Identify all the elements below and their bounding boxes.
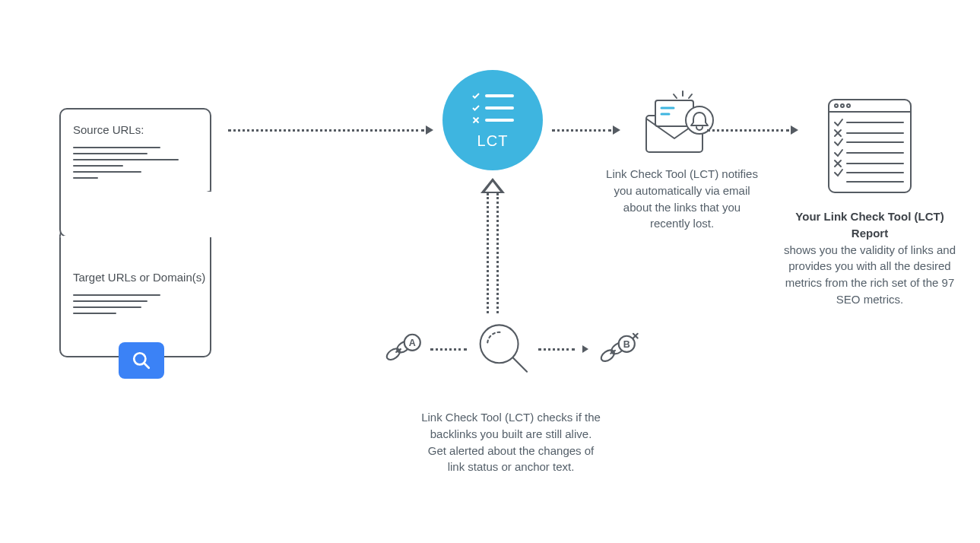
target-urls-label: Target URLs or Domain(s) xyxy=(73,271,198,284)
link-node-a-icon: A xyxy=(382,332,423,367)
report-icon xyxy=(824,95,915,198)
search-icon xyxy=(119,342,164,379)
magnifier-icon xyxy=(474,319,531,379)
checklist-icon xyxy=(471,91,514,128)
svg-point-16 xyxy=(847,104,850,107)
svg-line-5 xyxy=(674,94,677,98)
svg-line-34 xyxy=(513,358,527,372)
report-title: Your Link Check Tool (LCT) Report xyxy=(795,210,944,240)
email-block: Link Check Tool (LCT) notifies you autom… xyxy=(602,90,762,232)
svg-line-1 xyxy=(144,363,149,368)
dots-icon xyxy=(538,348,575,351)
lct-label: LCT xyxy=(477,132,509,150)
source-urls-label: Source URLs: xyxy=(73,123,198,136)
link-check-block: A B Link Check Tool (LCT) xyxy=(382,319,640,475)
svg-point-35 xyxy=(600,348,617,363)
svg-point-15 xyxy=(841,104,844,107)
input-cards: Source URLs: Target URLs or Domain(s) xyxy=(59,108,211,367)
arrow-input-to-lct xyxy=(228,125,433,135)
svg-text:A: A xyxy=(409,338,416,348)
svg-line-6 xyxy=(689,94,692,98)
email-alert-icon xyxy=(640,90,724,158)
link-node-b-icon: B xyxy=(596,330,640,368)
svg-point-28 xyxy=(385,346,401,361)
report-block: Your Link Check Tool (LCT) Report shows … xyxy=(782,95,958,308)
svg-rect-12 xyxy=(829,100,911,192)
lct-badge: LCT xyxy=(442,70,543,170)
arrow-check-to-lct xyxy=(484,178,501,313)
svg-point-33 xyxy=(480,325,518,363)
svg-text:B: B xyxy=(623,339,630,350)
report-text: shows you the validity of links and prov… xyxy=(784,243,956,306)
dots-icon xyxy=(430,348,467,351)
target-urls-card: Target URLs or Domain(s) xyxy=(59,228,211,357)
source-urls-card: Source URLs: xyxy=(59,108,211,237)
report-caption: Your Link Check Tool (LCT) Report shows … xyxy=(782,208,958,308)
check-caption: Link Check Tool (LCT) checks if the back… xyxy=(382,409,640,475)
svg-point-14 xyxy=(835,104,838,107)
arrow-head-icon xyxy=(582,345,588,353)
email-caption: Link Check Tool (LCT) notifies you autom… xyxy=(602,166,762,232)
diagram-stage: Source URLs: Target URLs or Domain(s) xyxy=(0,0,980,543)
